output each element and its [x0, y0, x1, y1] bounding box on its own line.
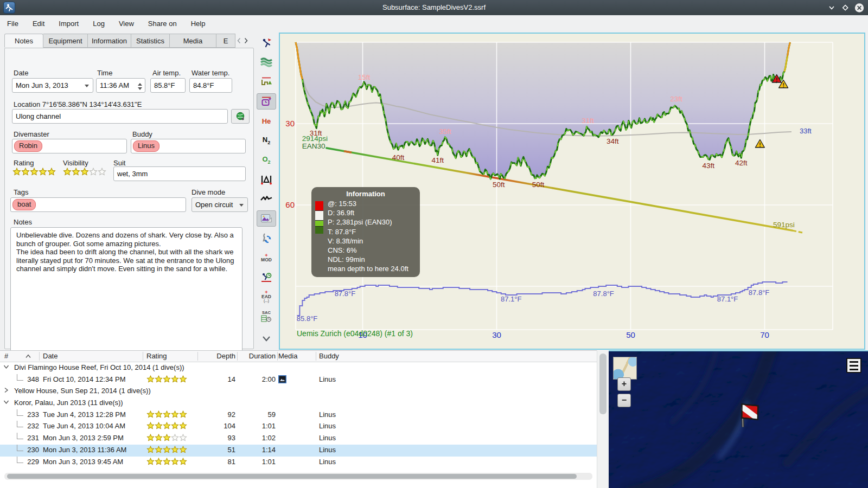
col-depth[interactable]: Depth — [201, 352, 235, 360]
dive-mode-combobox[interactable]: Open circuit — [192, 197, 248, 212]
rating-stars[interactable] — [12, 168, 56, 178]
divemaster-tag[interactable]: Robin — [14, 140, 42, 152]
dive-row[interactable]: 348Fri Oct 10, 2014 12:34 PM142:00Linus — [0, 374, 597, 386]
tab-scroll-left-button[interactable] — [235, 34, 242, 48]
divemaster-field[interactable]: Robin — [12, 139, 127, 153]
star-icon — [146, 434, 155, 441]
dive-profile-chart[interactable]: 30601030507031ft40ft41ft50ft50ft34ft43ft… — [279, 33, 865, 350]
ruler-button[interactable] — [257, 171, 276, 188]
dive-row[interactable]: 233Tue Jun 4, 2013 12:28 PM9259Linus — [0, 409, 597, 421]
menu-import[interactable]: Import — [59, 20, 79, 28]
map-zoom-in-button[interactable]: + — [617, 377, 631, 391]
tab-extra-truncated[interactable]: E — [216, 34, 235, 48]
trip-row[interactable]: Divi Flamingo House Reef, Fri Oct 10, 20… — [0, 362, 597, 374]
star-icon — [72, 168, 80, 176]
menu-help[interactable]: Help — [191, 20, 206, 28]
col-rating[interactable]: Rating — [146, 352, 167, 360]
date-combobox[interactable]: Mon Jun 3, 2013 — [12, 78, 93, 93]
svg-text:31ft: 31ft — [582, 117, 594, 125]
col-date[interactable]: Date — [43, 352, 58, 360]
buddy-tag[interactable]: Linus — [133, 140, 159, 152]
trip-row[interactable]: Yellow House, Sun Sep 21, 2014 (1 dive(s… — [0, 386, 597, 397]
buddy-field[interactable]: Linus — [131, 139, 246, 153]
window-title: Subsurface: SampleDivesV2.ssrf — [0, 0, 868, 15]
menu-edit[interactable]: Edit — [33, 20, 44, 28]
menu-share-on[interactable]: Share on — [148, 20, 177, 28]
profile-info-tooltip[interactable]: Information @: 15:53D: 36.9ftP: 2,381psi… — [311, 187, 420, 277]
dive-flag-marker[interactable] — [735, 397, 762, 428]
tissues-button[interactable] — [257, 54, 276, 70]
pp-oxygen-button[interactable]: O2 — [257, 152, 276, 168]
col-duration[interactable]: Duration — [241, 352, 276, 360]
maximize-button[interactable] — [840, 3, 850, 12]
dive-row[interactable]: 231Mon Jun 3, 2013 2:59 PM931:02Linus — [0, 433, 597, 445]
dive-list-header[interactable]: # Date Rating Depth Duration Media Buddy — [0, 351, 597, 362]
dive-duration: 2:00 — [241, 375, 276, 383]
ndl-tts-button[interactable] — [257, 269, 276, 285]
dive-media[interactable] — [278, 375, 286, 385]
svg-text:87.8°F: 87.8°F — [335, 290, 356, 298]
dive-buddy: Linus — [319, 458, 336, 466]
dive-row[interactable]: 229Mon Jun 3, 2013 9:45 AM811:01Linus — [0, 457, 597, 468]
water-temp-field[interactable]: 84.8°F — [189, 78, 232, 93]
suit-field[interactable]: wet, 3mm — [113, 166, 246, 181]
col-buddy[interactable]: Buddy — [319, 352, 339, 360]
tab-information[interactable]: Information — [88, 34, 131, 48]
tab-scroll-right-button[interactable] — [242, 34, 250, 48]
air-temp-field[interactable]: 85.8°F — [150, 78, 186, 93]
rescale-button[interactable] — [257, 230, 276, 246]
menu-log[interactable]: Log — [93, 20, 105, 28]
horizontal-scrollbar[interactable] — [4, 473, 592, 480]
trip-row[interactable]: Koror, Palau, Jun 2013 (11 dive(s)) — [0, 397, 597, 409]
minimize-button[interactable] — [827, 3, 837, 12]
mod-button[interactable]: + MOD — [257, 249, 276, 266]
tag-boat[interactable]: boat — [12, 199, 36, 210]
chevron-right-icon — [244, 37, 248, 44]
map-menu-button[interactable] — [846, 358, 861, 373]
tags-field[interactable]: boat — [10, 197, 186, 212]
tab-media[interactable]: Media — [170, 34, 216, 48]
expanded-arrow-icon[interactable] — [3, 399, 9, 405]
dive-depth: 93 — [201, 434, 235, 442]
scrollbar-handle[interactable] — [599, 354, 607, 414]
tab-statistics[interactable]: Statistics — [131, 34, 170, 48]
rating-label: Rating — [14, 159, 34, 167]
notes-textarea[interactable]: Unbelievable dive. Dozens and dozens of … — [10, 227, 242, 355]
dive-row[interactable]: 232Tue Jun 4, 2013 10:04 AM1041:01Linus — [0, 421, 597, 433]
svg-text:87.8°F: 87.8°F — [593, 290, 614, 298]
map-zoom-out-button[interactable]: − — [617, 394, 631, 407]
media-photo-icon — [278, 375, 286, 383]
location-field[interactable]: Ulong channel — [12, 109, 228, 124]
toolbar-scroll-down-button[interactable] — [257, 331, 276, 347]
overview-minimap[interactable] — [613, 357, 637, 380]
scrollbar-handle[interactable] — [7, 474, 577, 479]
sac-button[interactable]: SAC — [257, 308, 276, 324]
tab-notes[interactable]: Notes — [4, 34, 43, 48]
time-spinbox[interactable]: 11:36 AM — [96, 78, 145, 93]
heartrate-button[interactable] — [257, 191, 276, 207]
dive-row[interactable]: 230Mon Jun 3, 2013 11:36 AM511:14Linus — [0, 445, 597, 457]
svg-text:41ft: 41ft — [432, 156, 444, 164]
vertical-scrollbar[interactable] — [597, 350, 609, 488]
spinner-arrows-icon[interactable] — [138, 81, 142, 92]
expanded-arrow-icon[interactable] — [3, 364, 9, 370]
dive-date: Mon Jun 3, 2013 9:45 AM — [43, 458, 123, 466]
pp-helium-button[interactable]: He — [257, 113, 276, 129]
collapsed-arrow-icon[interactable] — [3, 387, 9, 393]
dive-site-map[interactable]: + − — [609, 350, 868, 488]
tab-equipment[interactable]: Equipment — [43, 34, 88, 48]
visibility-stars[interactable] — [63, 168, 106, 178]
photos-button[interactable] — [257, 210, 276, 227]
menu-file[interactable]: File — [7, 20, 18, 28]
ead-button[interactable]: + EAD (...) — [257, 288, 276, 305]
close-button[interactable] — [854, 3, 864, 12]
dc-ceiling-button[interactable] — [257, 35, 276, 51]
col-media[interactable]: Media — [278, 352, 297, 360]
col-number[interactable]: # — [4, 352, 8, 360]
pp-nitrogen-button[interactable]: N2 — [257, 132, 276, 149]
setpoint-button[interactable] — [257, 93, 276, 110]
diver-clock-icon — [260, 271, 273, 284]
geolocation-button[interactable] — [231, 109, 250, 124]
calculated-ceiling-button[interactable] — [257, 74, 276, 90]
menu-view[interactable]: View — [119, 20, 134, 28]
